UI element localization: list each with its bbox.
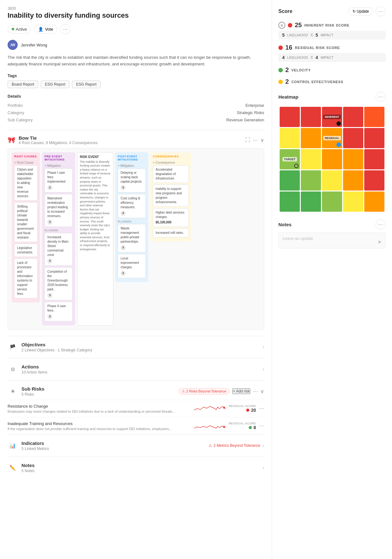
- tag-board-report[interactable]: Board Report: [8, 81, 38, 88]
- velocity-score: 2 VELOCITY: [278, 66, 386, 74]
- control-dot: [278, 80, 283, 84]
- bowtie-diagram: ROOT CAUSES + Root Cause Citizen and sta…: [8, 148, 264, 330]
- inherent-likelihood-impact: 5 LIKELIHOOD X 5 IMPACT: [278, 31, 386, 39]
- sub-risks-warning-badge: ⚠ 2 Risks Beyond Tolerance: [178, 388, 230, 395]
- add-root-cause[interactable]: + Root Cause: [14, 160, 38, 165]
- inherent-num: 25: [295, 21, 302, 29]
- tag-esg-report-2[interactable]: ESG Report: [72, 81, 101, 88]
- inherent-dot: [288, 23, 292, 27]
- notes-section[interactable]: ✏️ Notes 5 Notes ›: [8, 457, 264, 479]
- send-icon[interactable]: ➤: [377, 239, 382, 245]
- residual-label: RESIDUAL RISK SCORE: [295, 46, 340, 50]
- svg-point-0: [223, 407, 225, 409]
- residual-risk-score: 16 RESIDUAL RISK SCORE 4 LIKELIHOOD X 4 …: [278, 44, 386, 62]
- sub-risks-section: ✳ Sub Risks 5 Risks ⚠ 2 Risks Beyond Tol…: [8, 380, 264, 400]
- actions-icon: ⊙: [8, 364, 18, 374]
- sparkline-2: [194, 421, 226, 431]
- sub-risks-icon: ✳: [8, 386, 18, 396]
- root-cause-2: Shifting political climate towards small…: [14, 202, 38, 242]
- consequence-4: Increased mill rates.: [153, 228, 189, 237]
- hm-cell-51: [280, 107, 300, 127]
- bowtie-expand-button[interactable]: ⛶: [245, 137, 250, 143]
- hm-cell-21: [280, 170, 300, 191]
- inherent-marker: [336, 121, 341, 126]
- detail-category: Category Strategic Risks: [8, 109, 264, 116]
- bowtie-icon: 🎀: [8, 136, 15, 144]
- indicators-title: Indicators: [21, 441, 49, 446]
- sub-risk-desc-1: Employees may resist changes related to …: [8, 410, 191, 413]
- hm-cell-34: [343, 149, 363, 169]
- notes-icon: ✏️: [8, 463, 18, 473]
- sub-risk-more-1[interactable]: ⋯: [259, 405, 264, 411]
- residual-marker: [336, 143, 341, 147]
- notes-more-button[interactable]: ⋯: [376, 219, 386, 229]
- score-more-button[interactable]: ⋯: [376, 6, 386, 16]
- indicators-section[interactable]: 📊 Indicators 5 Linked Metrics ⚠ 2 Metric…: [8, 434, 264, 457]
- vote-button[interactable]: 👤 Vote: [34, 25, 57, 33]
- objectives-title: Objectives: [21, 342, 92, 347]
- metrics-warning-badge: ⚠ 2 Metrics Beyond Tolerance: [209, 443, 260, 448]
- consequence-2: Inability to support new programs and pr…: [153, 185, 189, 207]
- bowtie-collapse-button[interactable]: ∨: [260, 137, 264, 143]
- notes-title: Notes: [21, 463, 35, 468]
- hm-cell-31: TARGET: [280, 149, 300, 169]
- hm-cell-13: [322, 191, 342, 212]
- hm-cell-15: [364, 191, 384, 212]
- residual-label-1: Residual Score: [229, 404, 256, 408]
- add-pre-mitigation[interactable]: + Mitigation: [45, 163, 73, 168]
- notes-placeholder: Leave an update: [282, 236, 313, 241]
- actions-chevron: ›: [263, 367, 264, 372]
- more-options-button[interactable]: ⋯: [60, 24, 70, 34]
- add-post-mitigation[interactable]: + Mitigation: [118, 163, 146, 168]
- add-consequence[interactable]: + Consequence: [153, 160, 189, 165]
- risk-event-text: The inability to diversify funding sourc…: [80, 160, 110, 252]
- root-cause-1: Citizen and stakeholder opposition to ad…: [14, 165, 38, 201]
- sub-risk-more-2[interactable]: ⋯: [259, 423, 264, 429]
- hm-cell-52: [301, 107, 321, 127]
- item-number: 3835: [8, 6, 264, 11]
- hm-cell-14: [343, 191, 363, 212]
- target-marker: [294, 164, 299, 168]
- vote-icon: 👤: [38, 27, 43, 32]
- notes-input-area[interactable]: Leave an update ➤: [278, 233, 386, 248]
- heatmap-more-button[interactable]: ⋯: [376, 92, 386, 102]
- root-cause-3: Legislative constraints.: [14, 244, 38, 257]
- inherent-circle-icon: ◎: [278, 22, 285, 29]
- post-planned-2: Local improvement charges. 3: [118, 254, 146, 278]
- sub-risks-more-button[interactable]: ⋯: [253, 388, 258, 394]
- description: The risk that the city is unable to esta…: [8, 54, 264, 68]
- sub-risk-item-1[interactable]: Resistance to Change Employees may resis…: [8, 400, 264, 417]
- status-badge[interactable]: Active: [8, 25, 31, 33]
- add-risk-button[interactable]: + Add risk: [232, 388, 250, 394]
- indicators-chevron: ›: [263, 443, 264, 448]
- sub-risk-item-2[interactable]: Inadequate Training and Resources If the…: [8, 417, 264, 434]
- actions-section[interactable]: ⊙ Actions 10 Action Items ›: [8, 358, 264, 380]
- risk-event-title: RISK EVENT: [80, 155, 110, 159]
- pre-planned-3: Phase II user fees. 3: [45, 302, 73, 321]
- heatmap-grid: INHERENT RESIDUAL: [280, 107, 384, 212]
- bowtie-title: Bow Tie: [19, 135, 98, 141]
- score-title: Score: [278, 9, 292, 14]
- residual-label-2: Residual Score: [229, 422, 256, 425]
- warning-icon: ⚠: [182, 389, 185, 393]
- objectives-icon: 🏴: [8, 342, 18, 352]
- heatmap-header: Heatmap ⋯: [278, 92, 386, 102]
- post-planned-1: Waste management public-private partners…: [118, 224, 146, 252]
- post-mit-2: Cost cutting & efficiency measures. 3: [118, 194, 146, 218]
- sub-risks-collapse-button[interactable]: ∨: [260, 388, 264, 394]
- bowtie-more-button[interactable]: ⋯: [253, 137, 258, 143]
- notes-panel-title: Notes: [278, 222, 292, 227]
- hm-cell-25: [364, 170, 384, 191]
- notes-panel-header: Notes ⋯: [278, 219, 386, 229]
- hm-cell-32: [301, 149, 321, 169]
- pre-planned-2: Completion of the Greenborough 2030 busi…: [45, 267, 73, 300]
- sub-risk-score-1: 20: [251, 408, 256, 413]
- update-button[interactable]: ↻ Update: [348, 7, 373, 15]
- heatmap-grid-wrapper: INHERENT RESIDUAL: [278, 106, 386, 213]
- tags-row: Board Report ESG Report ESG Report: [8, 81, 264, 88]
- tag-esg-report-1[interactable]: ESG Report: [41, 81, 69, 88]
- control-score: 2 CONTROL EFFECTIVENESS: [278, 78, 386, 85]
- objectives-section[interactable]: 🏴 Objectives 2 Linked Objectives · 1 Str…: [8, 336, 264, 358]
- hm-cell-42: [301, 128, 321, 148]
- svg-point-1: [223, 426, 225, 428]
